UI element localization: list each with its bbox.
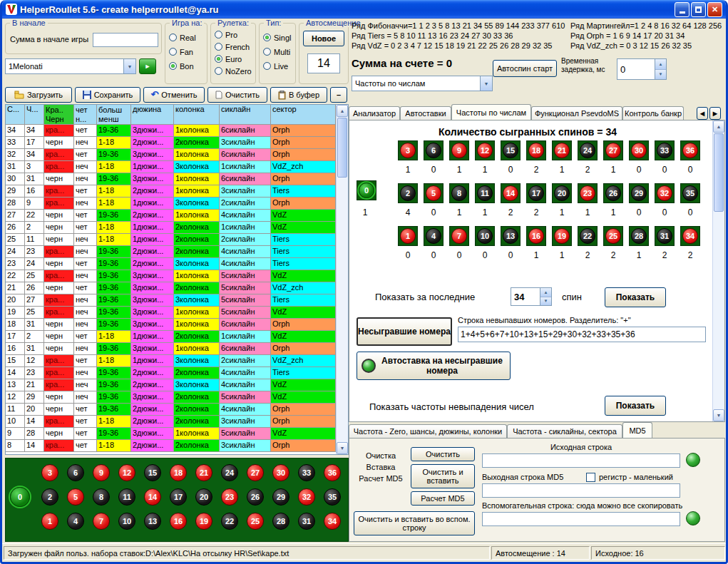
number-cell[interactable]: 11 [475, 183, 495, 203]
radio-bon[interactable]: Bon [165, 61, 194, 71]
header-range[interactable]: большменш [97, 105, 131, 125]
number-cell[interactable]: 24 [578, 140, 598, 160]
load-button[interactable]: Загрузить [5, 87, 72, 103]
spin-up-icon[interactable]: ▲ [540, 288, 551, 297]
radio-fan[interactable]: Fan [165, 46, 193, 57]
number-cell[interactable]: 19 [552, 226, 572, 246]
number-cell[interactable]: 30 [272, 464, 289, 481]
new-button[interactable]: Новое [303, 31, 344, 46]
table-row[interactable]: 3031черннеч19-363дюжи...1колонка6сиклайн… [6, 173, 336, 185]
radio-singl[interactable]: Singl [260, 32, 291, 43]
delay-spinner[interactable]: ▲▼ [617, 58, 667, 80]
miss-freq-show-button[interactable]: Показать [605, 396, 666, 416]
minimize-button[interactable] [675, 2, 689, 17]
number-cell[interactable]: 22 [221, 513, 238, 530]
number-cell[interactable]: 35 [324, 488, 341, 506]
number-cell[interactable]: 14 [501, 183, 521, 203]
number-cell[interactable]: 20 [552, 183, 572, 203]
autobet-not-played-button[interactable]: Автоставка на несыгравшие номера [357, 352, 511, 380]
show-last-input[interactable] [511, 288, 540, 305]
maximize-button[interactable] [691, 2, 706, 17]
number-cell[interactable]: 10 [118, 513, 135, 530]
number-cell[interactable]: 4 [67, 513, 84, 530]
number-cell[interactable]: 2 [398, 183, 418, 203]
tab-analyzer[interactable]: Анализатор [349, 106, 400, 120]
number-cell[interactable]: 30 [629, 140, 649, 160]
number-cell[interactable]: 5 [67, 488, 84, 506]
table-row[interactable]: 1831черннеч19-363дюжи...1колонка6сиклайн… [6, 319, 336, 331]
number-cell[interactable]: 7 [449, 226, 469, 246]
number-cell[interactable]: 26 [603, 183, 623, 203]
radio-live[interactable]: Live [260, 61, 288, 71]
md5-output-input[interactable] [482, 483, 680, 498]
table-row[interactable]: 172чернчет1-181дюжи...2колонка1сиклайнVd… [6, 331, 336, 343]
table-row[interactable]: 3317черннеч1-182дюжи...2колонка3сиклайнO… [6, 137, 336, 149]
radio-real[interactable]: Real [165, 32, 196, 43]
delay-input[interactable] [617, 59, 655, 79]
tab-freq-sectors[interactable]: Частота - сиклайны, сектора [507, 424, 622, 438]
number-cell[interactable]: 13 [501, 226, 521, 246]
number-cell[interactable]: 4 [424, 226, 444, 246]
md5-clear-button[interactable]: Очистить [411, 447, 475, 461]
number-cell[interactable]: 10 [475, 226, 495, 246]
radio-euro[interactable]: Euro [211, 53, 242, 64]
number-cell[interactable]: 34 [324, 513, 341, 530]
header-parity[interactable]: четн... [74, 105, 97, 125]
number-cell[interactable]: 20 [195, 488, 212, 506]
number-cell[interactable]: 25 [247, 513, 264, 530]
number-cell[interactable]: 33 [298, 464, 315, 481]
number-cell[interactable]: 26 [247, 488, 264, 506]
close-button[interactable]: ✕ [707, 2, 722, 17]
table-row[interactable]: 289кра...неч1-181дюжи...3колонка2сиклайн… [6, 198, 336, 210]
radio-multi[interactable]: Multi [260, 46, 290, 57]
table-row[interactable]: 1321кра...неч19-362дюжи...3колонка4сикла… [6, 379, 336, 391]
header-column[interactable]: колонка [174, 105, 220, 125]
number-cell[interactable]: 19 [195, 513, 212, 530]
tab-md5[interactable]: MD5 [622, 422, 652, 438]
table-row[interactable]: 1120чернчет19-362дюжи...2колонка4сиклайн… [6, 404, 336, 416]
table-row[interactable]: 262чернчет1-181дюжи...2колонка1сиклайнVd… [6, 222, 336, 234]
scrollbar-thumb[interactable] [337, 118, 347, 178]
number-cell[interactable]: 17 [526, 183, 546, 203]
number-cell[interactable]: 22 [578, 226, 598, 246]
scrollbar-thumb[interactable] [714, 133, 724, 212]
panel-scrollbar[interactable]: ▲ ▼ [712, 121, 724, 421]
not-played-input[interactable] [458, 327, 706, 342]
table-row[interactable]: 1423кра...неч19-362дюжи...2колонка4сикла… [6, 367, 336, 379]
number-cell[interactable]: 35 [680, 183, 700, 203]
number-cell[interactable]: 1 [398, 226, 418, 246]
number-cell[interactable]: 31 [298, 513, 315, 530]
number-cell[interactable]: 6 [67, 464, 84, 481]
table-row[interactable]: 2324чернчет19-362дюжи...3колонка4сиклайн… [6, 258, 336, 270]
save-button[interactable]: Сохранить [75, 87, 140, 103]
scroll-up-icon[interactable]: ▲ [713, 121, 724, 133]
table-row[interactable]: 2722чернчет19-362дюжи...1колонка4сиклайн… [6, 210, 336, 222]
preset-combo[interactable]: 1Melonati ▼ [5, 58, 136, 74]
number-cell[interactable]: 5 [424, 183, 444, 203]
tabs-scroll-right-icon[interactable]: ► [709, 107, 721, 120]
number-cell[interactable]: 23 [578, 183, 598, 203]
chevron-down-icon[interactable]: ▼ [480, 76, 492, 91]
number-cell[interactable]: 7 [93, 513, 110, 530]
md5-aux-input[interactable] [482, 512, 680, 526]
md5-source-go-button[interactable] [686, 453, 700, 467]
number-cell[interactable]: 8 [449, 183, 469, 203]
undo-button[interactable]: ↶ Отменить [143, 87, 205, 103]
view-mode-combo[interactable]: Частоты по числам ▼ [352, 76, 493, 91]
number-cell[interactable]: 27 [603, 140, 623, 160]
number-cell[interactable]: 25 [603, 226, 623, 246]
radio-nozero[interactable]: NoZero [211, 66, 252, 76]
number-cell[interactable]: 3 [398, 140, 418, 160]
number-cell[interactable]: 2 [41, 488, 58, 506]
play-button[interactable]: ► [139, 58, 156, 74]
number-cell[interactable]: 18 [170, 464, 187, 481]
table-row[interactable]: 2225кра...неч19-363дюжи...1колонка5сикла… [6, 270, 336, 282]
table-row[interactable]: 1512кра...чет1-181дюжи...3колонка2сиклай… [6, 355, 336, 367]
tab-freq-chances[interactable]: Частота - Zero, шансы, дюжины, колонки [349, 424, 507, 438]
not-played-button[interactable]: Несыгравшие номера [357, 317, 452, 346]
number-cell[interactable]: 36 [680, 140, 700, 160]
number-cell[interactable]: 32 [298, 488, 315, 506]
number-cell[interactable]: 29 [272, 488, 289, 506]
table-row[interactable]: 2916кра...чет1-182дюжи...1колонка3сиклай… [6, 185, 336, 198]
header-dozen[interactable]: дюжина [131, 105, 174, 125]
